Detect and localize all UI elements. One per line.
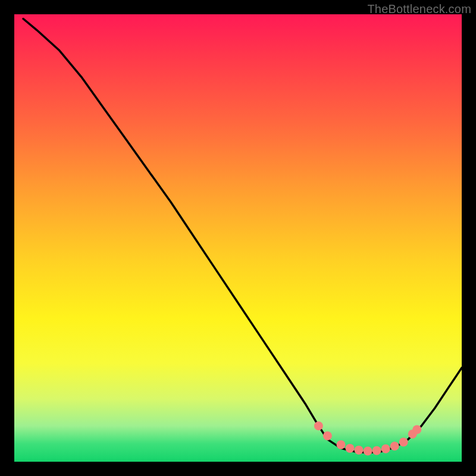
curve-marker bbox=[346, 444, 355, 453]
curve-marker bbox=[355, 446, 364, 455]
curve-marker bbox=[399, 437, 408, 446]
curve-marker bbox=[412, 425, 421, 434]
curve-marker bbox=[323, 431, 332, 440]
curve-marker bbox=[364, 447, 372, 456]
chart-frame: TheBottleneck.com bbox=[0, 0, 476, 476]
curve-marker bbox=[372, 446, 381, 455]
curve-marker bbox=[381, 444, 390, 453]
curve-marker bbox=[337, 440, 346, 449]
curve-layer bbox=[14, 14, 462, 462]
watermark-label: TheBottleneck.com bbox=[367, 2, 471, 16]
curve-markers bbox=[314, 421, 421, 455]
bottleneck-curve bbox=[23, 19, 462, 453]
curve-marker bbox=[314, 421, 323, 430]
plot-area bbox=[14, 14, 462, 462]
curve-marker bbox=[390, 441, 399, 450]
